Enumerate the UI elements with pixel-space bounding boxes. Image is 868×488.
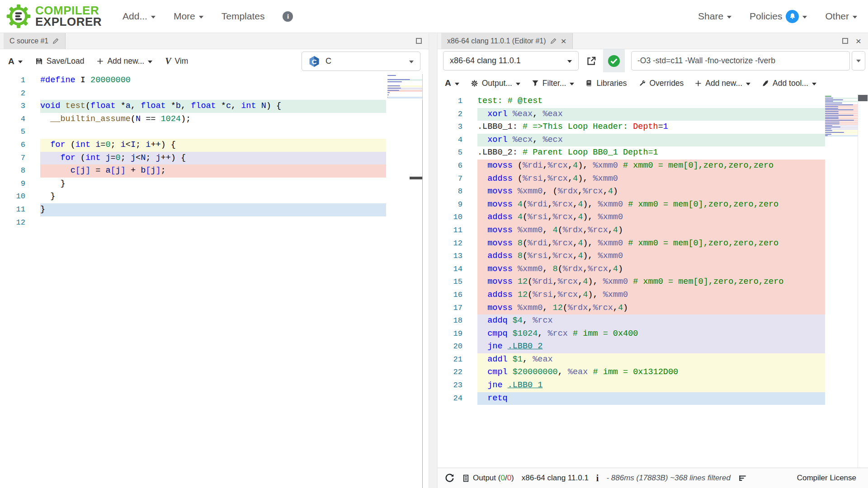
code-line-10[interactable]: 10 } bbox=[0, 190, 422, 203]
minimap-line bbox=[387, 77, 422, 79]
language-select[interactable]: C C bbox=[302, 52, 420, 71]
tab-compiler[interactable]: x86-64 clang 11.0.1 (Editor #1) × bbox=[441, 33, 573, 49]
minimap-line bbox=[825, 108, 858, 109]
code-line-12[interactable]: 12 bbox=[0, 216, 422, 230]
menu-other[interactable]: Other bbox=[825, 11, 857, 22]
maximize-pane-icon[interactable] bbox=[842, 38, 848, 44]
code-line-5[interactable]: 5 bbox=[0, 126, 422, 139]
scrollbar-track[interactable] bbox=[858, 94, 868, 468]
code-line-14[interactable]: 14 movss %xmm0, 8(%rdx,%rcx,4) bbox=[438, 263, 868, 276]
plus-icon bbox=[695, 80, 702, 87]
code-line-21[interactable]: 21 addl $1, %eax bbox=[438, 353, 868, 366]
code-line-3[interactable]: 3void test(float *a, float *b, float *c,… bbox=[0, 100, 422, 113]
libraries-button[interactable]: Libraries bbox=[585, 79, 627, 88]
source-minimap[interactable] bbox=[387, 75, 423, 100]
code-line-23[interactable]: 23 jne .LBB0_1 bbox=[438, 379, 868, 392]
source-editor[interactable]: 1#define I 2000000023void test(float *a,… bbox=[0, 73, 429, 488]
code-line-12[interactable]: 12 movss 8(%rdi,%rcx,4), %xmm0 # xmm0 = … bbox=[438, 237, 868, 250]
compile-status-box bbox=[603, 49, 625, 72]
code-line-11[interactable]: 11} bbox=[0, 203, 422, 216]
wrench-icon bbox=[638, 80, 646, 87]
code-line-7[interactable]: 7 addss (%rsi,%rcx,4), %xmm0 bbox=[438, 173, 868, 186]
code-line-18[interactable]: 18 addq $4, %rcx bbox=[438, 314, 868, 328]
code-line-1[interactable]: 1#define I 20000000 bbox=[0, 74, 422, 87]
compiler-select[interactable]: x86-64 clang 11.0.1 bbox=[443, 51, 579, 70]
vim-toggle-button[interactable]: V Vim bbox=[165, 56, 188, 66]
menu-more[interactable]: More bbox=[174, 11, 203, 22]
font-size-button[interactable]: A bbox=[445, 78, 459, 88]
code-line-2[interactable]: 2 bbox=[0, 87, 422, 100]
compiler-pane: x86-64 clang 11.0.1 (Editor #1) × × x86-… bbox=[438, 33, 868, 488]
options-dropdown-button[interactable] bbox=[852, 51, 865, 70]
code-line-1[interactable]: 1test: # @test bbox=[438, 95, 868, 108]
code-line-5[interactable]: 5.LBB0_2: # Parent Loop BB0_1 Depth=1 bbox=[438, 146, 868, 160]
code-line-9[interactable]: 9 } bbox=[0, 178, 422, 191]
code-line-19[interactable]: 19 cmpq $1024, %rcx # imm = 0x400 bbox=[438, 328, 868, 341]
sort-stats-button[interactable] bbox=[738, 474, 747, 483]
font-size-button[interactable]: A bbox=[8, 56, 23, 66]
code-line-15[interactable]: 15 movss 12(%rdi,%rcx,4), %xmm0 # xmm0 =… bbox=[438, 276, 868, 289]
code-line-4[interactable]: 4 __builtin_assume(N == 1024); bbox=[0, 113, 422, 126]
menu-add[interactable]: Add... bbox=[123, 11, 156, 22]
brush-icon bbox=[762, 80, 769, 87]
code-line-9[interactable]: 9 movss 4(%rdi,%rcx,4), %xmm0 # xmm0 = m… bbox=[438, 198, 868, 211]
code-line-2[interactable]: 2 xorl %eax, %eax bbox=[438, 108, 868, 121]
maximize-pane-icon[interactable] bbox=[416, 38, 422, 44]
scrollbar-thumb[interactable] bbox=[858, 95, 868, 101]
code-line-22[interactable]: 22 cmpl $20000000, %eax # imm = 0x1312D0… bbox=[438, 366, 868, 379]
chevron-down-icon bbox=[727, 16, 731, 19]
compiler-options-input[interactable] bbox=[631, 51, 850, 70]
menu-policies[interactable]: Policies bbox=[750, 10, 807, 23]
overrides-button[interactable]: Overrides bbox=[638, 79, 684, 88]
code-line-4[interactable]: 4 xorl %ecx, %ecx bbox=[438, 134, 868, 147]
info-icon[interactable]: i bbox=[283, 11, 293, 22]
menu-other-label: Other bbox=[825, 11, 849, 22]
code-line-8[interactable]: 8 c[j] = a[j] + b[j]; bbox=[0, 164, 422, 178]
code-line-10[interactable]: 10 addss 4(%rsi,%rcx,4), %xmm0 bbox=[438, 211, 868, 224]
line-number: 24 bbox=[438, 392, 477, 405]
rename-pencil-icon[interactable] bbox=[52, 38, 59, 44]
open-external-link-icon[interactable] bbox=[586, 56, 597, 66]
save-load-button[interactable]: Save/Load bbox=[35, 56, 85, 66]
code-text: for (int i=0; i<I; i++) { bbox=[40, 139, 386, 152]
code-line-24[interactable]: 24 retq bbox=[438, 392, 868, 405]
code-line-8[interactable]: 8 movss %xmm0, (%rdx,%rcx,4) bbox=[438, 185, 868, 198]
code-line-13[interactable]: 13 addss 8(%rsi,%rcx,4), %xmm0 bbox=[438, 250, 868, 263]
menu-templates[interactable]: Templates bbox=[222, 11, 265, 22]
code-line-11[interactable]: 11 movss %xmm0, 4(%rdx,%rcx,4) bbox=[438, 224, 868, 237]
asm-minimap[interactable] bbox=[825, 95, 858, 136]
code-line-6[interactable]: 6 movss (%rdi,%rcx,4), %xmm0 # xmm0 = me… bbox=[438, 160, 868, 173]
minimap-line bbox=[387, 85, 422, 87]
code-line-16[interactable]: 16 addss 12(%rsi,%rcx,4), %xmm0 bbox=[438, 289, 868, 302]
add-new-button[interactable]: Add new... bbox=[695, 79, 750, 88]
code-line-6[interactable]: 6 for (int i=0; i<I; i++) { bbox=[0, 139, 422, 152]
asm-editor[interactable]: 1test: # @test2 xorl %eax, %eax3.LBB0_1:… bbox=[438, 94, 868, 468]
minimap-line bbox=[387, 88, 422, 89]
recompile-button[interactable] bbox=[445, 474, 454, 483]
output-toggle[interactable]: Output (0/0) bbox=[462, 474, 514, 483]
add-new-button[interactable]: Add new... bbox=[97, 56, 152, 66]
close-tab-icon[interactable]: × bbox=[561, 38, 566, 44]
minimap-line bbox=[825, 128, 858, 130]
tab-c-source[interactable]: C source #1 bbox=[4, 33, 66, 49]
pane-splitter[interactable] bbox=[429, 33, 438, 488]
code-line-20[interactable]: 20 jne .LBB0_2 bbox=[438, 340, 868, 353]
compiler-explorer-logo[interactable]: COMPILER EXPLORER bbox=[6, 4, 102, 28]
code-line-7[interactable]: 7 for (int j=0; j<N; j++) { bbox=[0, 152, 422, 165]
line-number: 2 bbox=[0, 87, 40, 100]
minimap-line bbox=[825, 117, 858, 118]
code-text bbox=[40, 126, 386, 139]
code-line-3[interactable]: 3.LBB0_1: # =>This Loop Header: Depth=1 bbox=[438, 121, 868, 134]
compiler-license-link[interactable]: Compiler License bbox=[797, 474, 856, 483]
output-menu-button[interactable]: Output... bbox=[471, 79, 520, 88]
chevron-down-icon bbox=[516, 83, 520, 85]
filter-menu-button[interactable]: Filter... bbox=[532, 79, 575, 88]
add-tool-button[interactable]: Add tool... bbox=[762, 79, 816, 88]
close-pane-icon[interactable]: × bbox=[856, 38, 861, 44]
add-new-label: Add new... bbox=[107, 56, 144, 66]
code-text: movss 12(%rdi,%rcx,4), %xmm0 # xmm0 = me… bbox=[477, 276, 825, 289]
code-line-17[interactable]: 17 movss %xmm0, 12(%rdx,%rcx,4) bbox=[438, 302, 868, 315]
rename-pencil-icon[interactable] bbox=[550, 38, 557, 44]
compile-info-icon[interactable]: i bbox=[596, 473, 599, 483]
menu-share[interactable]: Share bbox=[698, 11, 731, 22]
